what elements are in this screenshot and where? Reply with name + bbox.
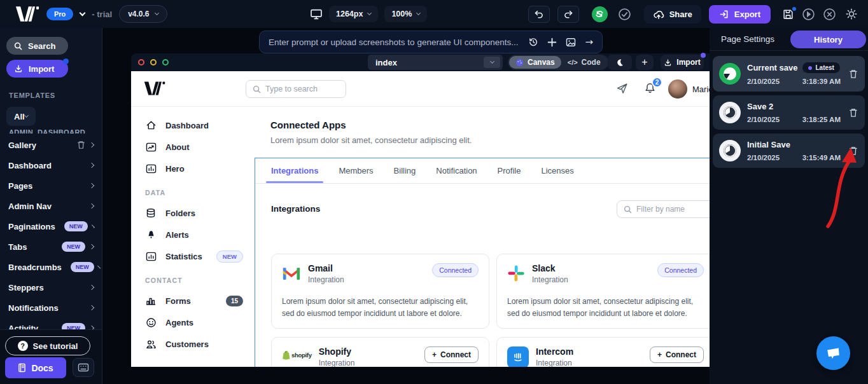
integrations-header-row: Integrations [271,200,774,218]
moon-icon [615,58,624,67]
category-filter-dropdown[interactable]: All [6,107,36,126]
add-page-button[interactable]: + [636,55,654,70]
sidebar-item-tabs[interactable]: Tabs NEW [0,237,102,257]
tab-licenses[interactable]: Licenses [541,166,573,175]
integration-card-intercom: Intercom Integration + Connect [496,337,715,367]
preview-nav-forms[interactable]: Forms 15 [131,290,255,312]
ai-prompt-bar[interactable]: → [259,31,603,53]
tab-canvas[interactable]: Canvas [509,56,561,69]
selected-tabs-panel[interactable]: Integrations Members Billing Notificatio… [255,158,774,367]
tab-integrations[interactable]: Integrations [271,166,318,175]
play-button[interactable] [802,8,815,21]
see-tutorial-button[interactable]: ? See tutorial [5,336,90,355]
refresh-button[interactable] [592,6,608,22]
connect-button[interactable]: + Connect [424,346,479,363]
clipped-category-label: ADMIN, DASHBOARD SUITE [9,128,102,134]
preview-logo-icon [144,81,165,96]
maximize-dot-icon [162,59,169,65]
slack-icon [507,264,525,282]
intercom-icon [507,346,529,367]
trash-icon[interactable] [848,108,858,118]
prompt-history-icon[interactable] [528,37,538,47]
docs-label: Docs [31,363,53,373]
filter-input[interactable] [636,205,700,214]
search-button[interactable]: Search [6,37,68,55]
sidebar-item-steppers[interactable]: Steppers [0,277,102,298]
unsaved-indicator-dot [791,6,797,12]
tab-members[interactable]: Members [339,166,373,175]
notification-dot [63,58,69,64]
tab-profile[interactable]: Profile [498,166,521,175]
dark-mode-toggle[interactable] [608,55,632,70]
trash-icon[interactable] [77,141,85,149]
share-button[interactable]: Share [644,5,701,24]
submit-prompt-icon[interactable]: → [585,38,593,47]
user-avatar[interactable] [668,79,687,99]
preview-nav-statistics[interactable]: Statistics NEW [131,245,255,267]
shortcuts-button[interactable] [73,358,94,377]
send-icon[interactable] [616,83,628,95]
redo-button[interactable] [557,6,579,23]
preview-search-input[interactable] [265,85,329,93]
tab-notification[interactable]: Notification [436,166,477,175]
filter-field[interactable] [617,200,720,218]
preview-nav-alerts[interactable]: Alerts [131,224,255,245]
chat-widget-button[interactable] [816,336,850,370]
trial-label: - trial [92,10,112,19]
upload-image-icon[interactable] [566,38,576,47]
plus-icon: + [432,350,437,359]
tab-code[interactable]: </> Code [561,58,607,67]
theme-toggle-button[interactable] [845,8,858,20]
sidebar-item-dashboard[interactable]: Dashboard [0,155,102,175]
close-session-button[interactable] [823,8,836,21]
monitor-icon[interactable] [310,9,323,20]
sidebar-item-notifications[interactable]: Notifications [0,298,102,318]
zoom-dropdown[interactable]: 100% [384,6,427,22]
sidebar-item-gallery[interactable]: Gallery [0,135,102,155]
preview-nav-customers[interactable]: Customers [131,333,255,355]
preview-nav-folders[interactable]: Folders [131,202,255,224]
sidebar-item-breadcrumbs[interactable]: Breadcrumbs NEW [0,257,102,277]
sidebar-item-paginations[interactable]: Paginations NEW [0,216,102,237]
save-button[interactable] [782,8,794,20]
undo-button[interactable] [528,6,550,23]
preview-search-field[interactable] [246,80,346,98]
chevron-down-icon[interactable] [80,10,86,16]
trash-icon[interactable] [848,69,858,79]
page-selector-dropdown[interactable]: index [368,55,503,70]
count-badge: 15 [226,296,243,306]
card-name: Slack [532,263,568,273]
version-dropdown[interactable]: v4.0.6 [119,5,167,23]
tab-page-settings[interactable]: Page Settings [721,34,774,44]
preview-nav-about[interactable]: About [131,136,255,158]
tab-billing[interactable]: Billing [394,166,416,175]
export-button[interactable]: Export [709,5,771,24]
gmail-icon [282,266,301,282]
sidebar-item-pages[interactable]: Pages [0,175,102,196]
settings-tabs: Integrations Members Billing Notificatio… [255,158,774,184]
code-icon: </> [568,58,578,66]
tab-history[interactable]: History [790,31,866,48]
preview-nav-agents[interactable]: Agents [131,312,255,333]
preview-nav-hero[interactable]: Hero [131,158,255,179]
connect-button[interactable]: + Connect [650,346,704,363]
template-categories-nav: Gallery Dashboard Pages Admin Nav Pagina… [0,135,102,338]
prompt-input[interactable] [269,38,522,47]
canvas-import-button[interactable]: Import [661,55,704,70]
history-title: Save 2 [747,102,773,111]
check-status-button[interactable] [618,8,631,21]
add-icon[interactable] [547,38,557,47]
chevron-right-icon [91,224,95,228]
sidebar-item-admin-nav[interactable]: Admin Nav [0,196,102,216]
docs-button[interactable]: Docs [5,357,66,378]
import-button[interactable]: Import [6,60,68,78]
viewport-width-dropdown[interactable]: 1264px [329,6,378,22]
history-item-current-save[interactable]: Current save Latest 2/10/2025 3:18:39 AM [713,56,865,92]
sidebar-footer: ? See tutorial Docs [0,329,102,384]
preview-nav-dashboard[interactable]: Dashboard [131,114,255,136]
question-icon: ? [18,341,28,351]
export-icon [719,10,729,19]
chevron-down-icon [484,57,500,68]
history-time: 3:18:39 AM [802,78,842,85]
history-item-save-2[interactable]: Save 2 2/10/2025 3:18:25 AM [713,95,865,130]
